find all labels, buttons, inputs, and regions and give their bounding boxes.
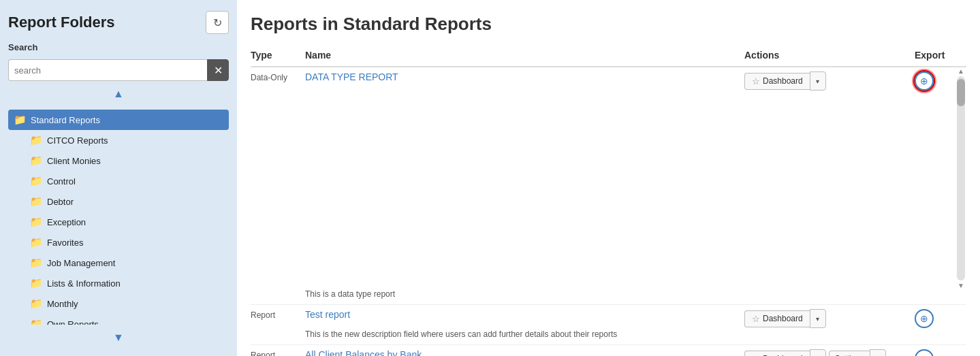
- sidebar-item-label: Job Management: [47, 258, 115, 268]
- scroll-col: ▲▼: [955, 67, 966, 289]
- table-row: Report All Client Balances by Bank ☆ Das…: [251, 345, 966, 357]
- col-header-type: Type: [251, 46, 305, 67]
- folder-icon: 📁: [14, 114, 27, 126]
- sidebar-item-label: Lists & Information: [47, 278, 121, 289]
- sidebar-item-label: Own Reports: [47, 319, 99, 325]
- search-input[interactable]: [8, 59, 207, 81]
- sidebar-item-own-reports[interactable]: 📁 Own Reports: [25, 314, 229, 325]
- search-label: Search: [8, 42, 229, 52]
- report-actions: ☆ Dashboard ▾: [744, 305, 915, 330]
- sidebar-item-label: Standard Reports: [31, 115, 100, 125]
- sidebar-item-label: Client Monies: [47, 156, 101, 166]
- sidebar-item-client-monies[interactable]: 📁 Client Monies: [25, 150, 229, 171]
- clear-icon: ✕: [214, 64, 223, 77]
- sidebar-item-monthly[interactable]: 📁 Monthly: [25, 293, 229, 314]
- sidebar-title: Report Folders: [8, 14, 114, 31]
- dashboard-dropdown-button[interactable]: ▾: [810, 71, 826, 91]
- export-button[interactable]: ⊕: [915, 71, 934, 91]
- sidebar-item-label: CITCO Reports: [47, 135, 108, 146]
- report-name: All Client Balances by Bank: [305, 345, 744, 357]
- star-icon: ☆: [752, 354, 760, 357]
- sidebar-item-control[interactable]: 📁 Control: [25, 171, 229, 191]
- scroll-col: [955, 345, 966, 357]
- reports-table: Type Name Actions Export Data-Only DATA …: [251, 46, 966, 356]
- folder-icon: 📁: [30, 318, 43, 325]
- sidebar-item-label: Exception: [47, 217, 86, 227]
- report-actions: ☆ Dashboard ▾ Settings ▾: [744, 345, 915, 357]
- col-header-name: Name: [305, 46, 744, 67]
- settings-dropdown-button[interactable]: ▾: [870, 349, 886, 356]
- sidebar-item-exception[interactable]: 📁 Exception: [25, 212, 229, 232]
- description-row: This is the new description field where …: [251, 329, 966, 345]
- tree-children: 📁 CITCO Reports 📁 Client Monies 📁 Contro…: [8, 130, 229, 325]
- report-actions: ☆ Dashboard ▾: [744, 67, 915, 289]
- description-row: This is a data type report: [251, 289, 966, 305]
- scroll-down-arrow[interactable]: ▼: [8, 330, 229, 345]
- folder-icon: 📁: [30, 175, 43, 187]
- export-button[interactable]: ⊕: [915, 309, 934, 328]
- report-type: Report: [251, 305, 305, 330]
- search-row: ✕: [8, 59, 229, 81]
- folder-icon: 📁: [30, 155, 43, 167]
- report-name: DATA TYPE REPORT: [305, 67, 744, 289]
- settings-button[interactable]: Settings: [829, 351, 870, 356]
- sidebar-item-job-management[interactable]: 📁 Job Management: [25, 253, 229, 273]
- sidebar-tree: 📁 Standard Reports 📁 CITCO Reports 📁 Cli…: [8, 110, 229, 325]
- sidebar-item-favorites[interactable]: 📁 Favorites: [25, 232, 229, 253]
- sidebar-item-citco-reports[interactable]: 📁 CITCO Reports: [25, 130, 229, 150]
- dashboard-dropdown-button[interactable]: ▾: [810, 309, 826, 328]
- action-group: ☆ Dashboard ▾: [744, 309, 908, 328]
- col-header-scroll: [955, 46, 966, 67]
- col-header-actions: Actions: [744, 46, 915, 67]
- action-group: ☆ Dashboard ▾ Settings ▾: [744, 349, 908, 356]
- folder-icon: 📁: [30, 216, 43, 228]
- desc-scroll-spacer: [955, 329, 966, 345]
- report-name: Test report: [305, 305, 744, 330]
- report-description: This is a data type report: [305, 289, 955, 305]
- sidebar-item-label: Debtor: [47, 197, 74, 207]
- sidebar-item-label: Favorites: [47, 238, 83, 248]
- report-link[interactable]: DATA TYPE REPORT: [305, 71, 398, 82]
- dashboard-button[interactable]: ☆ Dashboard: [744, 310, 810, 327]
- report-link[interactable]: Test report: [305, 309, 350, 320]
- dashboard-button[interactable]: ☆ Dashboard: [744, 351, 810, 357]
- table-row: Data-Only DATA TYPE REPORT ☆ Dashboard ▾…: [251, 67, 966, 289]
- export-button[interactable]: ⊕: [915, 349, 934, 356]
- report-link[interactable]: All Client Balances by Bank: [305, 349, 422, 356]
- report-type: Report: [251, 345, 305, 357]
- col-header-export: Export: [915, 46, 955, 67]
- scroll-up-arrow[interactable]: ▲: [8, 86, 229, 101]
- star-icon: ☆: [752, 314, 760, 324]
- search-clear-button[interactable]: ✕: [207, 59, 229, 81]
- star-icon: ☆: [752, 76, 760, 86]
- sidebar-item-standard-reports[interactable]: 📁 Standard Reports: [8, 110, 229, 130]
- action-group: ☆ Dashboard ▾: [744, 71, 908, 91]
- report-description: This is the new description field where …: [305, 329, 955, 345]
- main-panel: Reports in Standard Reports Type Name Ac…: [237, 0, 980, 356]
- folder-icon: 📁: [30, 297, 43, 310]
- table-row: Report Test report ☆ Dashboard ▾ ⊕: [251, 305, 966, 330]
- sidebar-item-label: Control: [47, 176, 76, 187]
- folder-icon: 📁: [30, 195, 43, 208]
- dashboard-dropdown-button[interactable]: ▾: [810, 349, 826, 356]
- folder-icon: 📁: [30, 134, 43, 146]
- desc-scroll-spacer: [955, 289, 966, 305]
- folder-icon: 📁: [30, 277, 43, 289]
- scrollbar-up[interactable]: ▲: [958, 67, 964, 75]
- report-export: ⊕: [915, 345, 955, 357]
- folder-icon: 📁: [30, 236, 43, 248]
- scrollbar-down[interactable]: ▼: [958, 282, 964, 289]
- report-type: Data-Only: [251, 67, 305, 289]
- sidebar-header: Report Folders ↻: [8, 11, 229, 34]
- desc-type-spacer: [251, 329, 305, 345]
- scroll-col: [955, 305, 966, 330]
- report-export: ⊕: [915, 305, 955, 330]
- page-title: Reports in Standard Reports: [251, 14, 966, 35]
- dashboard-button[interactable]: ☆ Dashboard: [744, 73, 810, 90]
- folder-icon: 📁: [30, 257, 43, 269]
- desc-type-spacer: [251, 289, 305, 305]
- sidebar-item-lists-information[interactable]: 📁 Lists & Information: [25, 273, 229, 293]
- sidebar-item-debtor[interactable]: 📁 Debtor: [25, 191, 229, 212]
- sidebar: Report Folders ↻ Search ✕ ▲ 📁 Standard R…: [0, 0, 237, 356]
- refresh-button[interactable]: ↻: [206, 11, 229, 34]
